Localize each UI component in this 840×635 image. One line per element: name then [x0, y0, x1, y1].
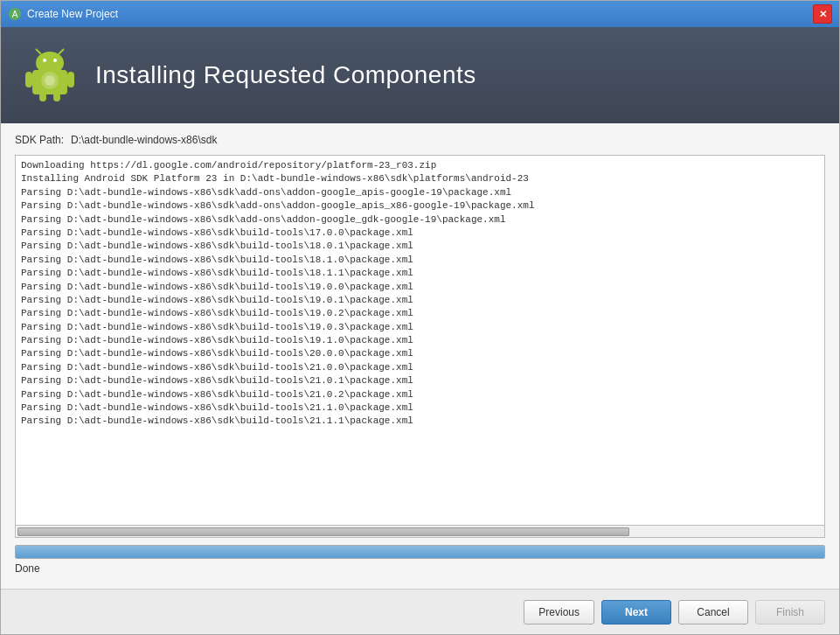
log-line: Parsing D:\adt-bundle-windows-x86\sdk\bu…: [21, 267, 819, 280]
title-bar: A Create New Project ✕: [1, 1, 839, 27]
next-button[interactable]: Next: [601, 600, 671, 625]
sdk-path-row: SDK Path: D:\adt-bundle-windows-x86\sdk: [15, 134, 825, 146]
sdk-path-value: D:\adt-bundle-windows-x86\sdk: [71, 134, 217, 146]
finish-button: Finish: [755, 600, 825, 625]
svg-line-7: [59, 49, 64, 54]
svg-point-5: [53, 59, 57, 62]
log-line: Parsing D:\adt-bundle-windows-x86\sdk\bu…: [21, 307, 819, 320]
log-line: Parsing D:\adt-bundle-windows-x86\sdk\bu…: [21, 401, 819, 415]
horizontal-scrollbar[interactable]: [16, 525, 824, 537]
log-container: Downloading https://dl.google.com/androi…: [15, 155, 825, 538]
log-line: Parsing D:\adt-bundle-windows-x86\sdk\bu…: [21, 254, 819, 267]
sdk-path-label: SDK Path:: [15, 134, 64, 146]
svg-rect-10: [39, 93, 46, 101]
log-line: Parsing D:\adt-bundle-windows-x86\sdk\bu…: [21, 374, 819, 387]
title-bar-left: A Create New Project: [8, 7, 118, 21]
previous-button[interactable]: Previous: [524, 600, 594, 625]
svg-point-13: [45, 75, 55, 86]
log-line: Parsing D:\adt-bundle-windows-x86\sdk\bu…: [21, 281, 819, 294]
svg-rect-9: [67, 72, 74, 87]
log-line: Parsing D:\adt-bundle-windows-x86\sdk\bu…: [21, 347, 819, 360]
log-line: Installing Android SDK Platform 23 in D:…: [21, 172, 819, 185]
hscroll-thumb[interactable]: [17, 527, 629, 536]
svg-rect-8: [25, 72, 32, 87]
log-line: Parsing D:\adt-bundle-windows-x86\sdk\bu…: [21, 227, 819, 240]
header: Installing Requested Components: [1, 27, 839, 123]
window-title: Create New Project: [27, 8, 118, 20]
svg-point-4: [43, 59, 46, 62]
log-line: Downloading https://dl.google.com/androi…: [21, 159, 819, 172]
log-line: Parsing D:\adt-bundle-windows-x86\sdk\bu…: [21, 388, 819, 401]
svg-point-3: [36, 52, 64, 74]
progress-bar-container: [15, 545, 825, 559]
app-icon: A: [8, 7, 22, 21]
footer: Previous Next Cancel Finish: [1, 589, 839, 634]
log-line: Parsing D:\adt-bundle-windows-x86\sdk\bu…: [21, 321, 819, 334]
log-output[interactable]: Downloading https://dl.google.com/androi…: [16, 156, 824, 525]
content-area: SDK Path: D:\adt-bundle-windows-x86\sdk …: [1, 123, 839, 589]
log-line: Parsing D:\adt-bundle-windows-x86\sdk\ad…: [21, 213, 819, 227]
status-text: Done: [15, 562, 40, 575]
main-window: A Create New Project ✕: [0, 0, 840, 635]
log-line: Parsing D:\adt-bundle-windows-x86\sdk\bu…: [21, 415, 819, 428]
log-line: Parsing D:\adt-bundle-windows-x86\sdk\bu…: [21, 294, 819, 307]
status-bar: Done: [15, 545, 825, 575]
log-line: Parsing D:\adt-bundle-windows-x86\sdk\bu…: [21, 334, 819, 347]
android-logo: [22, 47, 78, 103]
page-title: Installing Requested Components: [95, 61, 476, 89]
svg-text:A: A: [12, 10, 18, 19]
svg-line-6: [36, 49, 41, 54]
log-line: Parsing D:\adt-bundle-windows-x86\sdk\bu…: [21, 240, 819, 253]
svg-rect-11: [53, 93, 60, 101]
close-button[interactable]: ✕: [813, 4, 832, 24]
cancel-button[interactable]: Cancel: [678, 600, 748, 625]
log-line: Parsing D:\adt-bundle-windows-x86\sdk\ad…: [21, 199, 819, 213]
progress-bar-fill: [16, 546, 824, 558]
log-line: Parsing D:\adt-bundle-windows-x86\sdk\bu…: [21, 361, 819, 374]
log-line: Parsing D:\adt-bundle-windows-x86\sdk\ad…: [21, 186, 819, 199]
